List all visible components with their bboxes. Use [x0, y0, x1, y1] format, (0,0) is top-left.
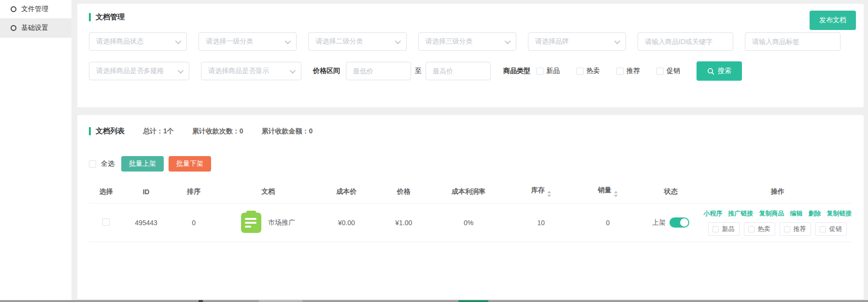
- checkbox-label: 新品: [546, 67, 560, 75]
- row-checkbox-hot[interactable]: 热卖: [744, 222, 775, 236]
- select-category-level3[interactable]: 请选择三级分类: [418, 32, 516, 51]
- checkbox-label: 推荐: [626, 67, 640, 75]
- header-status: 状态: [639, 180, 703, 203]
- mini-program-link[interactable]: 小程序: [703, 209, 722, 218]
- stat-total: 总计：1个: [143, 127, 174, 136]
- status-toggle[interactable]: [669, 217, 689, 228]
- filter-row-2: 请选择商品是否多规格 请选择商品是否显示 价格区间 至 商品类型 新品 热卖: [89, 61, 852, 81]
- checkbox-icon[interactable]: [784, 226, 790, 232]
- main-content: 文档管理 发布文档 请选择商品状态 请选择一级分类 请选择二级分类 请选择三级分…: [71, 0, 868, 300]
- search-icon: [707, 68, 714, 75]
- accent-bar: [89, 127, 91, 135]
- stat-payment-amount: 累计收款金额：0: [262, 127, 313, 136]
- row-stock: 10: [505, 203, 577, 242]
- product-tag-input[interactable]: [745, 32, 840, 51]
- checkbox-label: 热卖: [586, 67, 600, 75]
- tag-label: 推荐: [793, 225, 806, 233]
- row-sort: 0: [169, 203, 219, 242]
- checkbox-recommend[interactable]: 推荐: [616, 67, 640, 75]
- promo-link-link[interactable]: 推广链接: [728, 209, 753, 218]
- edit-link[interactable]: 编辑: [790, 209, 802, 218]
- select-product-status[interactable]: 请选择商品状态: [89, 32, 187, 51]
- checkbox-icon[interactable]: [748, 226, 754, 232]
- list-title: 文档列表: [96, 127, 125, 136]
- copy-link-link[interactable]: 复制链接: [826, 209, 852, 218]
- status-cell: 上架: [640, 217, 701, 228]
- min-price-input[interactable]: [346, 62, 411, 80]
- select-multi-spec[interactable]: 请选择商品是否多规格: [89, 62, 189, 80]
- doc-list-panel: 文档列表 总计：1个 累计收款次数：0 累计收款金额：0 全选 批量上架 批量下…: [77, 115, 864, 299]
- sidebar: 文件管理 基础设置: [0, 0, 71, 300]
- row-checkbox-new[interactable]: 新品: [708, 222, 740, 236]
- chevron-down-icon: [504, 38, 511, 44]
- copy-product-link[interactable]: 复制商品: [759, 209, 784, 218]
- sidebar-item-basic-settings[interactable]: 基础设置: [0, 19, 71, 38]
- batch-off-shelf-button[interactable]: 批量下架: [169, 156, 211, 172]
- doc-name: 市场推广: [268, 218, 295, 227]
- delete-link[interactable]: 删除: [808, 209, 821, 218]
- header-sort: 排序: [169, 180, 219, 203]
- header-select: 选择: [89, 180, 123, 203]
- select-category-level1[interactable]: 请选择一级分类: [199, 32, 297, 51]
- accent-bar: [89, 13, 91, 21]
- sidebar-item-file-management[interactable]: 文件管理: [0, 0, 71, 19]
- doc-cell: 市场推广: [221, 213, 316, 233]
- tag-label: 热卖: [757, 225, 770, 233]
- checkbox-hot[interactable]: 热卖: [576, 67, 600, 75]
- publish-doc-button[interactable]: 发布文档: [810, 11, 856, 30]
- row-checkbox-recommend[interactable]: 推荐: [780, 222, 811, 236]
- operation-links: 小程序 推广链接 复制商品 编辑 删除 复制链接: [703, 209, 852, 218]
- checkbox-icon[interactable]: [536, 68, 543, 75]
- select-placeholder: 请选择三级分类: [426, 37, 473, 46]
- select-placeholder: 请选择二级分类: [315, 37, 363, 46]
- row-id: 495443: [123, 203, 169, 242]
- bottom-bar-green-segment: [458, 300, 488, 302]
- header-stock-label: 库存: [531, 186, 545, 194]
- checkbox-icon[interactable]: [820, 226, 826, 232]
- checkbox-icon[interactable]: [616, 68, 624, 75]
- tag-label: 促销: [829, 225, 841, 233]
- select-all-checkbox[interactable]: [89, 160, 96, 168]
- product-type-label: 商品类型: [503, 67, 530, 75]
- batch-on-shelf-button[interactable]: 批量上架: [121, 156, 164, 172]
- row-tag-checkboxes: 新品 热卖 推荐: [708, 222, 847, 236]
- select-visible[interactable]: 请选择商品是否显示: [201, 62, 301, 80]
- select-placeholder: 请选择商品状态: [96, 37, 143, 46]
- circle-icon: [11, 25, 16, 31]
- header-cost: 成本价: [318, 180, 375, 203]
- chevron-down-icon: [614, 38, 621, 44]
- batch-actions-row: 全选 批量上架 批量下架: [89, 156, 852, 172]
- checkbox-icon[interactable]: [576, 68, 583, 75]
- price-range-label: 价格区间: [313, 67, 340, 75]
- sidebar-item-label: 文件管理: [21, 5, 48, 14]
- row-sales: 0: [577, 203, 638, 242]
- sort-arrows-icon[interactable]: [614, 191, 618, 197]
- checkbox-promo[interactable]: 促销: [656, 67, 680, 75]
- bottom-bar-dark-segment: [199, 300, 203, 302]
- chevron-down-icon: [395, 38, 401, 44]
- checkbox-icon[interactable]: [712, 226, 719, 232]
- row-checkbox-promo[interactable]: 促销: [815, 222, 847, 236]
- header-id: ID: [123, 180, 169, 203]
- row-operations: 小程序 推广链接 复制商品 编辑 删除 复制链接 新品: [705, 209, 850, 236]
- table-header-row: 选择 ID 排序 文档 成本价 价格 成本利润率 库存 销量 状态 操作: [89, 180, 852, 203]
- chevron-down-icon: [175, 38, 182, 44]
- select-brand[interactable]: 请选择品牌: [528, 32, 626, 51]
- row-cost: ¥0.00: [318, 203, 375, 242]
- checkbox-icon[interactable]: [656, 68, 664, 75]
- circle-icon: [11, 6, 16, 12]
- checkbox-new[interactable]: 新品: [536, 67, 560, 75]
- product-id-keyword-input[interactable]: [638, 32, 733, 51]
- to-label: 至: [415, 67, 422, 75]
- tag-label: 新品: [722, 225, 734, 233]
- search-button[interactable]: 搜索: [697, 61, 742, 81]
- header-price: 价格: [375, 180, 432, 203]
- sidebar-item-label: 基础设置: [21, 24, 48, 32]
- sort-arrows-icon[interactable]: [547, 191, 551, 197]
- max-price-input[interactable]: [426, 62, 491, 80]
- select-category-level2[interactable]: 请选择二级分类: [308, 32, 406, 51]
- header-sales-label: 销量: [598, 186, 612, 194]
- chevron-down-icon: [178, 67, 184, 73]
- row-checkbox[interactable]: [102, 218, 110, 226]
- page-title: 文档管理: [96, 13, 125, 22]
